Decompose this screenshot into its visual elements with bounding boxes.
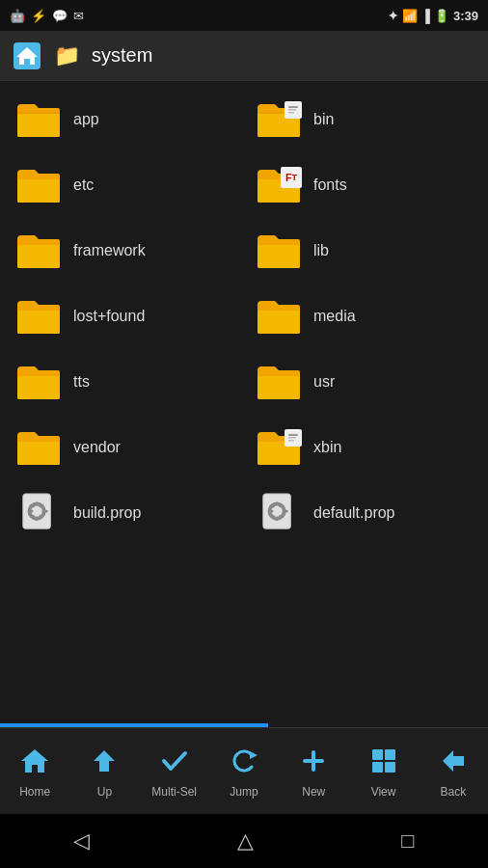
status-icons-left: 🤖 ⚡ 💬 ✉ xyxy=(10,9,84,23)
sms-status-icon: 💬 xyxy=(52,9,68,23)
nav-multisel-button[interactable]: Multi-Sel xyxy=(141,747,208,799)
nav-new-label: New xyxy=(302,785,325,799)
home-button[interactable] xyxy=(12,41,42,71)
android-recents-button[interactable]: □ xyxy=(382,821,433,861)
view-nav-icon xyxy=(370,747,397,781)
nav-jump-label: Jump xyxy=(230,785,258,799)
svg-rect-8 xyxy=(288,437,296,439)
nav-home-label: Home xyxy=(19,785,50,799)
svg-marker-43 xyxy=(443,750,464,772)
svg-rect-4 xyxy=(288,109,296,111)
svg-rect-15 xyxy=(36,517,39,521)
bottom-nav: Home Up Multi-Sel Jump xyxy=(0,727,488,814)
list-item[interactable]: lib xyxy=(244,218,484,284)
list-item[interactable]: vendor xyxy=(4,415,244,480)
list-item[interactable]: build.prop xyxy=(4,480,244,546)
list-item[interactable]: media xyxy=(244,284,484,349)
status-bar: 🤖 ⚡ 💬 ✉ ✦ 📶 ▐ 🔋 3:39 xyxy=(0,0,488,31)
file-grid: app bin xyxy=(0,81,488,723)
time-display: 3:39 xyxy=(453,9,478,23)
nav-back-button[interactable]: Back xyxy=(420,747,487,799)
file-name-label: xbin xyxy=(313,439,341,456)
list-item[interactable]: tts xyxy=(4,349,244,415)
svg-rect-27 xyxy=(276,517,279,521)
svg-rect-7 xyxy=(288,434,298,436)
jump-nav-icon xyxy=(230,747,258,781)
file-name-label: bin xyxy=(313,111,334,128)
list-item[interactable]: bin xyxy=(244,87,484,152)
list-item[interactable]: xbin xyxy=(244,415,484,480)
file-name-label: build.prop xyxy=(73,504,141,522)
nav-back-label: Back xyxy=(440,785,466,799)
folder-svg-icon xyxy=(15,100,62,139)
bluetooth-icon: ✦ xyxy=(388,9,398,23)
signal-icon: ▐ xyxy=(421,9,430,23)
folder-icon xyxy=(256,99,302,140)
list-item[interactable]: default.prop xyxy=(244,480,484,546)
svg-rect-26 xyxy=(276,502,279,506)
list-item[interactable]: usr xyxy=(244,349,484,415)
android-home-button[interactable]: △ xyxy=(218,821,273,861)
list-item[interactable]: FT fonts xyxy=(244,152,484,218)
nav-up-label: Up xyxy=(97,785,112,799)
nav-multisel-label: Multi-Sel xyxy=(151,785,197,799)
list-item[interactable]: lost+found xyxy=(4,284,244,349)
svg-rect-39 xyxy=(372,749,383,760)
gmail-status-icon: ✉ xyxy=(73,9,84,23)
svg-rect-5 xyxy=(288,112,294,114)
folder-icon xyxy=(15,362,62,402)
multisel-nav-icon xyxy=(161,747,188,781)
folder-icon xyxy=(256,231,302,271)
xbin-overlay-icon xyxy=(285,429,302,447)
nav-up-button[interactable]: Up xyxy=(70,747,138,799)
svg-rect-14 xyxy=(36,502,39,506)
android-back-button[interactable]: ◁ xyxy=(54,821,109,861)
nav-jump-button[interactable]: Jump xyxy=(210,747,278,799)
home-nav-icon xyxy=(20,747,49,781)
folder-top-icon: 📁 xyxy=(54,43,80,68)
list-item[interactable]: framework xyxy=(4,218,244,284)
page-title: system xyxy=(92,44,152,67)
battery-icon: 🔋 xyxy=(434,9,449,23)
usb-status-icon: ⚡ xyxy=(31,9,46,23)
svg-rect-3 xyxy=(288,106,298,108)
folder-icon xyxy=(256,427,302,468)
list-item[interactable]: etc xyxy=(4,152,244,218)
status-icons-right: ✦ 📶 ▐ 🔋 3:39 xyxy=(388,9,478,23)
file-name-label: fonts xyxy=(313,176,347,194)
top-bar: 📁 system xyxy=(0,31,488,81)
file-name-label: tts xyxy=(73,373,90,391)
file-name-label: framework xyxy=(73,242,146,259)
svg-rect-41 xyxy=(372,762,383,773)
folder-icon: FT xyxy=(256,165,302,205)
svg-rect-38 xyxy=(303,759,324,763)
new-nav-icon xyxy=(300,747,327,781)
svg-marker-34 xyxy=(21,749,48,773)
svg-rect-16 xyxy=(29,510,33,513)
file-name-label: etc xyxy=(73,176,94,194)
file-name-label: app xyxy=(73,111,99,128)
wifi-icon: 📶 xyxy=(402,9,418,23)
doc-overlay-icon xyxy=(285,101,302,119)
svg-rect-9 xyxy=(288,440,294,442)
nav-view-button[interactable]: View xyxy=(350,747,418,799)
folder-icon xyxy=(15,99,62,140)
up-nav-icon xyxy=(91,747,118,781)
svg-rect-17 xyxy=(44,510,48,513)
home-svg-icon xyxy=(14,42,41,69)
settings-file-icon xyxy=(256,493,302,533)
android-status-icon: 🤖 xyxy=(10,9,25,23)
back-nav-icon xyxy=(440,747,467,781)
folder-icon xyxy=(256,296,302,337)
folder-icon xyxy=(256,362,302,402)
settings-file-icon xyxy=(15,493,62,533)
nav-new-button[interactable]: New xyxy=(280,747,347,799)
nav-home-button[interactable]: Home xyxy=(1,747,68,799)
file-name-label: default.prop xyxy=(313,504,395,522)
folder-icon xyxy=(15,427,62,468)
svg-rect-28 xyxy=(269,510,273,513)
folder-icon xyxy=(15,165,62,205)
svg-marker-36 xyxy=(250,751,258,759)
list-item[interactable]: app xyxy=(4,87,244,152)
file-name-label: vendor xyxy=(73,439,121,456)
